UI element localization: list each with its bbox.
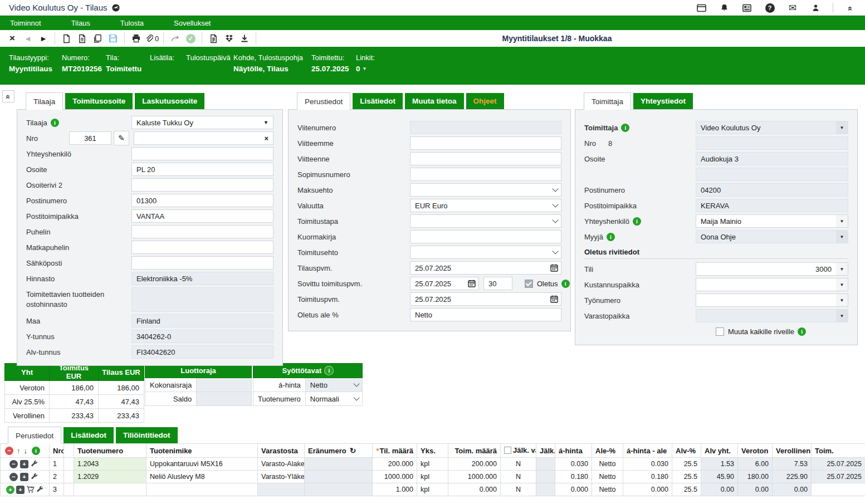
edit-customer-button[interactable]: ✎ [114,131,129,145]
help-icon[interactable]: ? [763,1,776,14]
valuutta-select[interactable]: EUR Euro [410,199,561,212]
close-button[interactable]: × [6,32,19,45]
send-button[interactable] [168,32,182,45]
move-row-down-icon[interactable]: ↓ [24,447,28,455]
viitteenne-input[interactable] [410,152,561,165]
line-toim-maara[interactable]: 0.000 [448,483,501,496]
line-a-hinta[interactable]: 0.030 [555,458,592,471]
dropdown-icon[interactable]: ▼ [836,121,848,134]
move-row-up-icon[interactable]: ↑ [17,447,21,455]
line-ale[interactable]: Netto [592,471,623,483]
sopimusnumero-input[interactable] [410,168,561,181]
line-ale[interactable]: Netto [592,458,623,471]
info-icon[interactable]: i [325,366,333,375]
line-a-hinta[interactable]: 0.180 [555,471,592,483]
collapse-panels-button[interactable]: « [2,90,14,102]
tili-select[interactable]: 3000 [696,262,836,276]
previous-record-button[interactable]: ◀ [21,32,35,45]
tab-lisatiedot[interactable]: Lisätiedot [353,93,403,109]
news-icon[interactable] [740,1,754,14]
tab-lines-tiliointitiedot[interactable]: Tiliöintitiedot [116,427,178,443]
dropbox-button[interactable] [222,32,236,45]
info-icon[interactable]: i [607,233,615,241]
info-icon[interactable]: i [561,280,570,288]
toimitusehto-select[interactable] [410,246,561,259]
mail-icon[interactable]: ✉ [786,1,799,14]
wrench-icon[interactable] [31,473,38,481]
line-til-maara[interactable]: 200.000 [373,458,417,471]
dropdown-icon[interactable]: ▼ [836,262,848,276]
tab-lines-perustiedot[interactable]: Perustiedot [8,427,61,444]
customer-search-input[interactable]: × [134,131,273,145]
calendar-icon[interactable] [547,261,561,275]
cart-icon[interactable] [26,486,35,493]
menu-sovellukset[interactable]: Sovellukset [165,19,219,27]
kuormakirja-input[interactable] [410,230,561,243]
download-button[interactable] [238,32,251,45]
copy-row-icon[interactable]: + [20,473,28,481]
maksuehto-select[interactable] [410,183,561,197]
menu-tilaus[interactable]: Tilaus [62,19,99,27]
sovittu-toimituspvm-input[interactable]: 25.07.2025 [410,277,465,290]
yhteyshenkilo-input[interactable] [131,147,273,160]
delete-row-icon[interactable]: − [9,473,18,481]
menu-toiminnot[interactable]: Toiminnot [1,19,50,27]
toimituspvm-input[interactable]: 25.07.2025 [410,292,547,306]
customer-number-input[interactable]: 361 [69,131,111,145]
myyja-select[interactable]: Oona Ohje [696,230,836,243]
attachments-button[interactable]: 0 [145,32,159,45]
line-jalk-val[interactable]: N [501,458,536,471]
clear-icon[interactable]: × [261,134,268,143]
line-tuotenimike[interactable] [146,483,258,496]
next-record-button[interactable]: ▶ [37,32,50,45]
sahkoposti-input[interactable] [131,256,273,270]
postitoimipaikka-input[interactable]: VANTAA [131,209,273,223]
dropdown-icon[interactable]: ▼ [836,278,848,291]
copy-row-icon[interactable]: + [16,486,25,494]
tuotenumero-select[interactable]: Normaali [305,392,362,406]
toimitustapa-select[interactable] [410,214,561,228]
line-til-maara[interactable]: 1.000 [373,483,417,496]
info-icon[interactable]: i [633,217,641,226]
osoite-input[interactable]: PL 20 [131,163,273,176]
save-button[interactable] [106,32,120,45]
wrench-icon[interactable] [31,460,38,468]
varastopaikka-select[interactable] [696,309,836,322]
refresh-icon[interactable]: ↻ [350,446,356,455]
window-icon[interactable] [695,1,708,14]
puhelin-input[interactable] [131,225,273,238]
add-row-icon[interactable]: + [6,486,14,494]
notifications-bell-icon[interactable] [717,1,731,14]
dropdown-icon[interactable]: ▼ [836,230,848,243]
viitteemme-input[interactable] [410,136,561,150]
line-tuotenumero[interactable]: 1.2029 [74,471,146,483]
wrench-icon[interactable] [36,486,44,493]
delete-row-icon[interactable]: − [9,460,18,468]
tilauspvm-input[interactable]: 25.07.2025 [410,261,547,275]
new-document-button[interactable] [60,32,73,45]
matkapuhelin-input[interactable] [131,241,273,254]
calendar-icon[interactable] [547,292,561,306]
tab-lines-lisatiedot[interactable]: Lisätiedot [63,427,114,443]
open-document-button[interactable] [75,32,89,45]
tab-toimitusosoite[interactable]: Toimitusosoite [65,93,133,109]
tab-muuta-tietoa[interactable]: Muuta tietoa [405,93,464,109]
line-alv[interactable]: 25.5 [672,458,701,471]
tab-perustiedot[interactable]: Perustiedot [297,92,350,110]
oletus-ale-input[interactable]: Netto [410,308,561,321]
approve-button[interactable]: ✓ [184,32,197,45]
tab-tilaaja[interactable]: Tilaaja [26,92,63,110]
osoiterivi2-input[interactable] [131,178,273,192]
print-button[interactable] [129,32,143,45]
tab-ohjeet[interactable]: Ohjeet [466,93,504,109]
banner-linkit-dropdown[interactable]: 0▼ [356,65,389,76]
line-ale[interactable]: Netto [592,483,623,496]
menu-tulosta[interactable]: Tulosta [111,19,153,27]
info-icon[interactable]: i [32,447,40,455]
line-jalk-val[interactable]: N [501,483,536,496]
line-toim-maara[interactable]: 200.000 [448,458,501,471]
muuta-kaikille-checkbox[interactable] [716,327,724,336]
line-varastosta[interactable]: Varasto-Yläke [258,471,305,483]
yhteyshenkilo-select[interactable]: Maija Mainio [696,214,836,228]
line-tuotenimike[interactable]: Neliö Aluslevy M8 [146,471,258,483]
